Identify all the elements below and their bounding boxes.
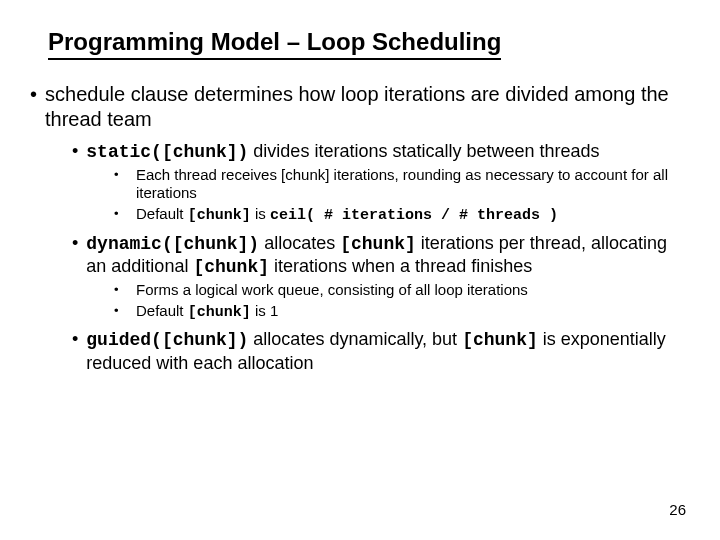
code-chunk: [chunk] xyxy=(462,330,538,350)
page-number: 26 xyxy=(669,501,686,518)
bullet-dot-icon: • xyxy=(72,232,78,279)
bullet-text: Default [chunk] is 1 xyxy=(136,302,278,323)
bullet-text: schedule clause determines how loop iter… xyxy=(45,82,690,132)
code-static: static([chunk]) xyxy=(86,142,248,162)
bullet-dynamic-default: • Default [chunk] is 1 xyxy=(114,302,690,323)
bullet-list: • schedule clause determines how loop it… xyxy=(30,82,690,374)
bullet-dynamic: • dynamic([chunk]) allocates [chunk] ite… xyxy=(72,232,690,279)
bullet-schedule-clause: • schedule clause determines how loop it… xyxy=(30,82,690,132)
bullet-text: Forms a logical work queue, consisting o… xyxy=(136,281,528,300)
bullet-text: guided([chunk]) allocates dynamically, b… xyxy=(86,328,690,374)
slide: Programming Model – Loop Scheduling • sc… xyxy=(0,0,720,540)
code-chunk: [chunk] xyxy=(193,257,269,277)
bullet-text: Default [chunk] is ceil( # iterations / … xyxy=(136,205,558,226)
code-dynamic: dynamic([chunk]) xyxy=(86,234,259,254)
bullet-static-default: • Default [chunk] is ceil( # iterations … xyxy=(114,205,690,226)
bullet-dot-icon: • xyxy=(72,140,78,164)
bullet-guided: • guided([chunk]) allocates dynamically,… xyxy=(72,328,690,374)
bullet-text: Each thread receives [chunk] iterations,… xyxy=(136,166,690,204)
code-guided: guided([chunk]) xyxy=(86,330,248,350)
code-chunk: [chunk] xyxy=(188,207,251,224)
bullet-dynamic-queue: • Forms a logical work queue, consisting… xyxy=(114,281,690,300)
slide-title: Programming Model – Loop Scheduling xyxy=(48,28,501,60)
bullet-text: static([chunk]) divides iterations stati… xyxy=(86,140,599,164)
bullet-static-each: • Each thread receives [chunk] iteration… xyxy=(114,166,690,204)
bullet-text: dynamic([chunk]) allocates [chunk] itera… xyxy=(86,232,690,279)
bullet-static: • static([chunk]) divides iterations sta… xyxy=(72,140,690,164)
bullet-dot-icon: • xyxy=(114,281,128,300)
bullet-dot-icon: • xyxy=(114,205,128,226)
bullet-dot-icon: • xyxy=(114,302,128,323)
code-ceil: ceil( # iterations / # threads ) xyxy=(270,207,558,224)
code-chunk: [chunk] xyxy=(188,304,251,321)
bullet-dot-icon: • xyxy=(72,328,78,374)
bullet-dot-icon: • xyxy=(30,82,37,132)
bullet-dot-icon: • xyxy=(114,166,128,204)
code-chunk: [chunk] xyxy=(340,234,416,254)
